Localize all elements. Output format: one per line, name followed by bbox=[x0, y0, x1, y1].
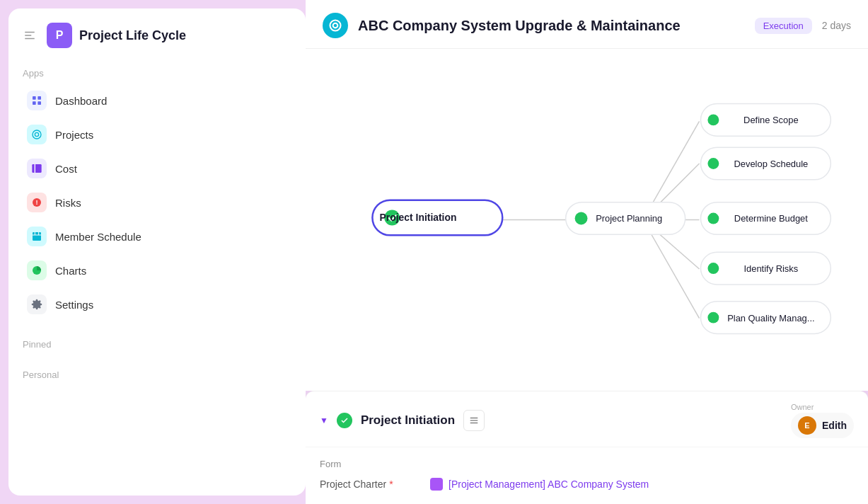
sidebar-item-dashboard[interactable]: Dashboard bbox=[20, 84, 294, 117]
owner-label: Owner bbox=[791, 403, 854, 411]
svg-rect-3 bbox=[33, 96, 36, 100]
svg-text:!: ! bbox=[35, 199, 37, 206]
cost-icon bbox=[27, 159, 47, 178]
member-schedule-label: Member Schedule bbox=[55, 231, 141, 243]
personal-label: Personal bbox=[20, 370, 294, 380]
days-text: 2 days bbox=[822, 20, 851, 31]
settings-label: Settings bbox=[55, 299, 93, 311]
bottom-panel: ▼ Project Initiation Owner E Edith bbox=[306, 391, 868, 504]
owner-info[interactable]: E Edith bbox=[791, 413, 854, 438]
form-value-color-indicator bbox=[430, 478, 443, 491]
svg-text:Define Scope: Define Scope bbox=[743, 115, 799, 125]
svg-point-8 bbox=[35, 132, 38, 136]
bottom-panel-header: ▼ Project Initiation Owner E Edith bbox=[306, 391, 868, 447]
settings-icon bbox=[27, 294, 47, 314]
form-label: Project Charter * bbox=[320, 479, 419, 490]
svg-rect-4 bbox=[37, 96, 41, 100]
required-indicator: * bbox=[389, 479, 393, 490]
svg-point-30 bbox=[575, 212, 588, 225]
phase-icon bbox=[337, 413, 352, 428]
svg-point-33 bbox=[707, 114, 719, 125]
charts-label: Charts bbox=[55, 265, 86, 277]
member-schedule-icon bbox=[27, 227, 47, 246]
svg-rect-13 bbox=[33, 232, 41, 241]
sidebar-item-charts[interactable]: Charts bbox=[20, 254, 294, 287]
main-content: ABC Company System Upgrade & Maintainanc… bbox=[306, 0, 868, 504]
form-row: Form bbox=[320, 454, 854, 474]
dashboard-label: Dashboard bbox=[55, 95, 107, 107]
svg-text:Project Initiation: Project Initiation bbox=[380, 212, 457, 223]
list-icon-button[interactable] bbox=[463, 410, 485, 431]
mindmap-svg: Project Initiation Project Planning Defi… bbox=[306, 49, 868, 391]
svg-text:Plan Quality Manag...: Plan Quality Manag... bbox=[727, 313, 814, 323]
risks-label: Risks bbox=[55, 197, 81, 209]
personal-section: Personal bbox=[20, 370, 294, 386]
svg-point-45 bbox=[707, 312, 719, 323]
chevron-down-icon[interactable]: ▼ bbox=[320, 416, 328, 425]
svg-point-36 bbox=[707, 158, 719, 169]
sidebar: P Project Life Cycle Apps Dashboard Proj… bbox=[8, 8, 306, 496]
cost-label: Cost bbox=[55, 163, 77, 175]
svg-text:Project Planning: Project Planning bbox=[596, 213, 662, 224]
svg-point-39 bbox=[707, 213, 719, 224]
sidebar-item-projects[interactable]: Projects bbox=[20, 118, 294, 151]
phase-title: Project Initiation bbox=[361, 413, 455, 428]
project-avatar: P bbox=[47, 23, 72, 48]
svg-rect-5 bbox=[33, 101, 36, 105]
header-title: ABC Company System Upgrade & Maintainanc… bbox=[358, 18, 745, 34]
svg-text:Determine Budget: Determine Budget bbox=[734, 213, 808, 224]
projects-icon bbox=[27, 125, 47, 144]
execution-badge: Execution bbox=[755, 18, 812, 34]
risks-icon: ! bbox=[27, 193, 47, 212]
sidebar-item-member-schedule[interactable]: Member Schedule bbox=[20, 220, 294, 253]
svg-point-19 bbox=[333, 23, 338, 28]
svg-point-7 bbox=[33, 130, 41, 139]
form-value-link[interactable]: [Project Management] ABC Company System bbox=[449, 479, 649, 490]
header: ABC Company System Upgrade & Maintainanc… bbox=[306, 0, 868, 49]
sidebar-item-settings[interactable]: Settings bbox=[20, 288, 294, 321]
apps-section-label: Apps bbox=[20, 68, 294, 79]
form-field-row: Project Charter * [Project Management] A… bbox=[320, 474, 854, 495]
svg-text:Identify Risks: Identify Risks bbox=[743, 263, 798, 274]
sidebar-title: Project Life Cycle bbox=[79, 28, 186, 43]
owner-avatar: E bbox=[798, 416, 816, 435]
svg-rect-9 bbox=[32, 164, 41, 173]
owner-name: Edith bbox=[822, 420, 847, 431]
charts-icon bbox=[27, 260, 47, 280]
pinned-section: Pinned bbox=[20, 339, 294, 355]
sidebar-item-risks[interactable]: ! Risks bbox=[20, 186, 294, 219]
sidebar-header: P Project Life Cycle bbox=[20, 23, 294, 48]
svg-point-18 bbox=[330, 21, 341, 31]
svg-rect-6 bbox=[37, 101, 41, 105]
svg-point-42 bbox=[707, 263, 719, 274]
owner-section: Owner E Edith bbox=[791, 403, 854, 438]
svg-text:Develop Schedule: Develop Schedule bbox=[734, 159, 808, 169]
form-section-label: Form bbox=[320, 459, 341, 469]
pinned-label: Pinned bbox=[20, 339, 294, 350]
projects-label: Projects bbox=[55, 129, 93, 141]
dashboard-icon bbox=[27, 91, 47, 110]
mindmap-area[interactable]: Project Initiation Project Planning Defi… bbox=[306, 49, 868, 391]
header-icon bbox=[323, 13, 348, 38]
bottom-panel-body: Form Project Charter * [Project Manageme… bbox=[306, 447, 868, 502]
collapse-button[interactable] bbox=[20, 25, 40, 45]
sidebar-item-cost[interactable]: Cost bbox=[20, 152, 294, 185]
form-value-box[interactable]: [Project Management] ABC Company System bbox=[430, 478, 649, 491]
